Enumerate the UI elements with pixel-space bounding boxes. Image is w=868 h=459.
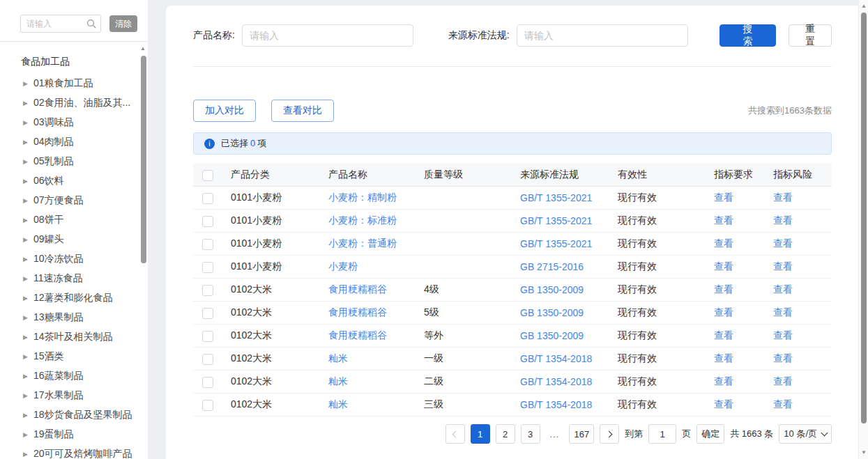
table-row: 0102大米 籼米 一级 GB/T 1354-2018 现行有效 查看 查看 (193, 348, 832, 371)
page-scrollbar-thumb[interactable] (861, 13, 867, 423)
page-button-current[interactable]: 1 (471, 424, 490, 444)
indicator-requirement-link[interactable]: 查看 (714, 306, 733, 318)
sidebar-category-item[interactable]: ▶ 17水果制品 (0, 386, 138, 405)
row-checkbox[interactable] (202, 354, 213, 365)
standard-link[interactable]: GB/T 1355-2021 (520, 192, 592, 203)
tree-root-label[interactable]: 食品加工品 (0, 52, 138, 74)
indicator-requirement-link[interactable]: 查看 (714, 352, 733, 364)
product-name-link[interactable]: 小麦粉：标准粉 (328, 215, 397, 226)
indicator-risk-link[interactable]: 查看 (773, 398, 793, 410)
sidebar-category-item[interactable]: ▶ 09罐头 (0, 230, 138, 249)
product-name-link[interactable]: 籼米 (328, 352, 348, 364)
cell-validity: 现行有效 (618, 238, 714, 250)
prev-page-button[interactable] (446, 424, 465, 444)
product-name-link[interactable]: 食用粳糯稻谷 (328, 306, 387, 318)
product-name-link[interactable]: 小麦粉：精制粉 (328, 192, 397, 203)
indicator-requirement-link[interactable]: 查看 (714, 398, 733, 410)
caret-right-icon: ▶ (23, 178, 28, 185)
product-name-link[interactable]: 籼米 (328, 375, 348, 387)
row-checkbox[interactable] (202, 377, 213, 388)
sidebar-category-item[interactable]: ▶ 11速冻食品 (0, 269, 138, 288)
indicator-risk-link[interactable]: 查看 (773, 238, 793, 249)
indicator-risk-link[interactable]: 查看 (773, 306, 793, 318)
page-button-last[interactable]: 167 (569, 424, 594, 444)
sidebar-category-item[interactable]: ▶ 05乳制品 (0, 152, 138, 171)
row-checkbox[interactable] (202, 331, 213, 342)
indicator-risk-link[interactable]: 查看 (773, 352, 793, 364)
row-checkbox[interactable] (202, 239, 213, 250)
page-button-3[interactable]: 3 (521, 424, 540, 444)
page-button-2[interactable]: 2 (496, 424, 515, 444)
reset-button[interactable]: 重置 (789, 24, 832, 47)
indicator-requirement-link[interactable]: 查看 (714, 260, 733, 272)
search-button[interactable]: 搜索 (719, 24, 777, 47)
table-row: 0102大米 籼米 二级 GB/T 1354-2018 现行有效 查看 查看 (193, 371, 832, 394)
sidebar-category-item[interactable]: ▶ 02食用油、油脂及其... (0, 93, 138, 113)
row-checkbox[interactable] (202, 285, 213, 296)
standard-link[interactable]: GB/T 1355-2021 (520, 238, 592, 249)
indicator-requirement-link[interactable]: 查看 (714, 283, 733, 295)
product-name-link[interactable]: 籼米 (328, 398, 348, 410)
standard-link[interactable]: GB 1350-2009 (520, 330, 584, 341)
row-checkbox[interactable] (202, 262, 213, 273)
confirm-page-button[interactable]: 确定 (696, 424, 724, 444)
row-checkbox[interactable] (202, 216, 213, 227)
sidebar-category-item[interactable]: ▶ 12薯类和膨化食品 (0, 288, 138, 308)
product-name-input[interactable] (242, 24, 413, 47)
indicator-risk-link[interactable]: 查看 (773, 260, 793, 272)
sidebar-category-item[interactable]: ▶ 08饼干 (0, 210, 138, 230)
row-checkbox[interactable] (202, 193, 213, 204)
standard-link[interactable]: GB/T 1354-2018 (520, 353, 592, 364)
row-checkbox[interactable] (202, 400, 213, 411)
row-checkbox[interactable] (202, 308, 213, 319)
goto-page-input[interactable] (648, 424, 676, 444)
standard-link[interactable]: GB/T 1354-2018 (520, 399, 592, 410)
clear-button[interactable]: 清除 (109, 15, 137, 32)
standard-link[interactable]: GB 1350-2009 (520, 284, 584, 295)
sidebar-category-item[interactable]: ▶ 15酒类 (0, 347, 138, 366)
sidebar-scrollbar-thumb[interactable] (141, 56, 146, 263)
sidebar-category-item[interactable]: ▶ 07方便食品 (0, 191, 138, 210)
product-name-link[interactable]: 食用粳糯稻谷 (328, 329, 387, 341)
scroll-up-icon[interactable]: ▲ (859, 3, 868, 9)
sidebar-category-item[interactable]: ▶ 14茶叶及相关制品 (0, 327, 138, 347)
standard-input[interactable] (517, 24, 688, 47)
indicator-requirement-link[interactable]: 查看 (714, 238, 733, 249)
sidebar-category-item[interactable]: ▶ 18炒货食品及坚果制品 (0, 405, 138, 425)
sidebar-scroll-up-icon[interactable]: ▲ (140, 46, 146, 52)
view-compare-button[interactable]: 查看对比 (271, 100, 334, 122)
table-row: 0101小麦粉 小麦粉：精制粉 GB/T 1355-2021 现行有效 查看 查… (193, 187, 832, 210)
sidebar-category-item[interactable]: ▶ 04肉制品 (0, 132, 138, 152)
indicator-risk-link[interactable]: 查看 (773, 283, 793, 295)
indicator-requirement-link[interactable]: 查看 (714, 375, 733, 387)
standard-link[interactable]: GB/T 1354-2018 (520, 376, 592, 387)
sidebar-category-item[interactable]: ▶ 19蛋制品 (0, 425, 138, 444)
page-size-select[interactable]: 10 条/页 (779, 424, 832, 444)
indicator-requirement-link[interactable]: 查看 (714, 329, 733, 341)
indicator-requirement-link[interactable]: 查看 (714, 215, 733, 226)
standard-link[interactable]: GB/T 1355-2021 (520, 215, 592, 226)
sidebar-category-item[interactable]: ▶ 16蔬菜制品 (0, 366, 138, 386)
sidebar-category-item[interactable]: ▶ 13糖果制品 (0, 308, 138, 327)
cell-grade: 5级 (424, 306, 520, 319)
next-page-button[interactable] (600, 424, 619, 444)
sidebar-category-item[interactable]: ▶ 01粮食加工品 (0, 74, 138, 93)
standard-link[interactable]: GB 2715-2016 (520, 261, 584, 272)
product-name-link[interactable]: 小麦粉：普通粉 (328, 238, 397, 249)
indicator-risk-link[interactable]: 查看 (773, 192, 793, 203)
sidebar-category-item[interactable]: ▶ 10冷冻饮品 (0, 249, 138, 269)
add-compare-button[interactable]: 加入对比 (193, 100, 256, 122)
indicator-risk-link[interactable]: 查看 (773, 329, 793, 341)
product-name-link[interactable]: 食用粳糯稻谷 (328, 283, 387, 295)
sidebar-category-item[interactable]: ▶ 03调味品 (0, 113, 138, 132)
indicator-requirement-link[interactable]: 查看 (714, 192, 733, 203)
select-all-checkbox[interactable] (202, 170, 213, 181)
chevron-down-icon (821, 430, 828, 437)
product-name-link[interactable]: 小麦粉 (328, 260, 358, 272)
sidebar-category-item[interactable]: ▶ 20可可及焙烤咖啡产品 (0, 444, 138, 459)
indicator-risk-link[interactable]: 查看 (773, 215, 793, 226)
indicator-risk-link[interactable]: 查看 (773, 375, 793, 387)
standard-link[interactable]: GB 1350-2009 (520, 307, 584, 318)
sidebar-category-item[interactable]: ▶ 06饮料 (0, 171, 138, 191)
scroll-down-icon[interactable]: ▼ (859, 450, 868, 456)
